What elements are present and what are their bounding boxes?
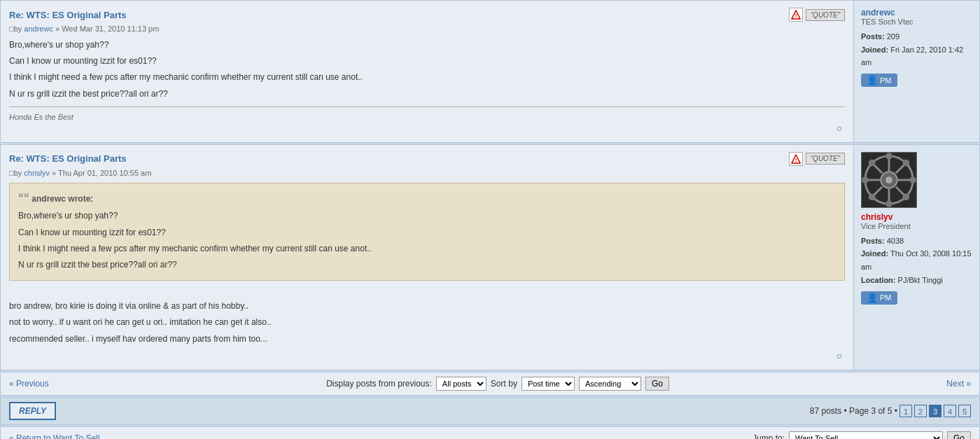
- quote-line-2-4: N ur rs grill izzit the best price??all …: [18, 258, 836, 272]
- jump-go-button[interactable]: Go: [947, 431, 971, 439]
- nav-left: « Previous: [9, 379, 49, 389]
- quote-button-2[interactable]: “QUOTE”: [806, 153, 845, 165]
- post-line-2-3: recommended seller.. i myself hav ordere…: [9, 333, 845, 346]
- post-sidebar-1: andrewc TES Soch Vtec Posts: 209 Joined:…: [853, 1, 979, 142]
- svg-point-7: [886, 176, 892, 183]
- post-line-1-2: Can I know ur mounting izzit for es01??: [9, 55, 845, 68]
- sort-select[interactable]: Post time Author: [522, 377, 575, 391]
- sidebar-username-1[interactable]: andrewc: [861, 8, 972, 18]
- svg-text:!: !: [794, 157, 797, 163]
- post-sidebar-2: chrislyv Vice President Posts: 4038 Join…: [853, 145, 979, 370]
- pm-button-1[interactable]: 👤 PM: [861, 74, 897, 87]
- jump-bar: « Return to Want To Sell Jump to: Want T…: [0, 426, 980, 439]
- reply-button[interactable]: REPLY: [9, 402, 56, 420]
- svg-point-21: [903, 193, 910, 200]
- quote-label-1: “QUOTE”: [811, 11, 840, 19]
- joined-label-2: Joined:: [861, 249, 888, 258]
- next-link[interactable]: Next »: [946, 379, 971, 389]
- sidebar-username-2[interactable]: chrislyv: [861, 212, 972, 222]
- action-bar: REPLY 87 posts • Page 3 of 5 • 1 2 3 4 5: [0, 397, 980, 425]
- display-select[interactable]: All posts 1 day 7 days 2 weeks 1 month: [436, 377, 486, 391]
- nav-bar: « Previous Display posts from previous: …: [0, 372, 980, 396]
- display-controls: Display posts from previous: All posts 1…: [326, 377, 669, 391]
- post-meta-1: □by andrewc » Wed Mar 31, 2010 11:13 pm: [9, 25, 845, 33]
- post-title-bar-1: Re: WTS: ES Original Parts ! “QUOTE”: [9, 8, 845, 22]
- post-meta-prefix-1: by: [14, 25, 22, 33]
- post-body-1: Bro,where's ur shop yah?? Can I know ur …: [9, 39, 845, 101]
- page-wrapper: Re: WTS: ES Original Parts ! “QUOTE” □by…: [0, 0, 980, 439]
- return-link[interactable]: « Return to Want To Sell: [9, 433, 99, 439]
- pagination-text: 87 posts • Page 3 of 5 •: [810, 406, 897, 416]
- report-icon-1[interactable]: !: [789, 8, 803, 22]
- page-5[interactable]: 5: [958, 405, 971, 417]
- svg-point-16: [886, 153, 892, 160]
- nav-right: Next »: [946, 379, 971, 389]
- prev-link[interactable]: « Previous: [9, 379, 49, 389]
- pagination: 87 posts • Page 3 of 5 • 1 2 3 4 5: [810, 405, 971, 417]
- pm-button-2[interactable]: 👤 PM: [861, 291, 897, 305]
- quote-line-2-2: Can I know ur mounting izzit for es01??: [18, 226, 836, 239]
- svg-point-18: [862, 176, 869, 183]
- report-icon-2[interactable]: !: [789, 152, 803, 166]
- pm-label-1: PM: [880, 76, 892, 85]
- display-go-button[interactable]: Go: [645, 377, 669, 391]
- post-content-2: Re: WTS: ES Original Parts ! “QUOTE” □by…: [1, 145, 853, 370]
- svg-point-23: [869, 193, 876, 200]
- page-3[interactable]: 3: [929, 405, 941, 417]
- jump-select[interactable]: Want To Sell: [789, 431, 943, 439]
- quote-label-2: “QUOTE”: [811, 155, 840, 162]
- quote-button-1[interactable]: “QUOTE”: [806, 9, 845, 21]
- pm-icon-2: 👤: [867, 293, 878, 303]
- post-line-1-1: Bro,where's ur shop yah??: [9, 39, 845, 52]
- signature-1: Honda Es the Best: [9, 113, 845, 121]
- sidebar-stats-2: Posts: 4038 Joined: Thu Oct 30, 2008 10:…: [861, 235, 972, 287]
- blue-dot-1: ○: [834, 121, 845, 135]
- post-author-1[interactable]: andrewc: [24, 25, 53, 33]
- post-line-1-3: I think I might need a few pcs after my …: [9, 71, 845, 84]
- post-line-1-4: N ur rs grill izzit the best price??all …: [9, 88, 845, 101]
- quote-line-2-3: I think I might need a few pcs after my …: [18, 242, 836, 256]
- display-label: Display posts from previous:: [326, 379, 432, 389]
- quote-header-2: ““ andrewc wrote:: [18, 189, 836, 207]
- quote-block-2: ““ andrewc wrote: Bro,where's ur shop ya…: [9, 183, 845, 281]
- svg-point-17: [886, 200, 892, 207]
- pm-icon-1: 👤: [867, 75, 878, 85]
- sort-label: Sort by: [491, 379, 517, 389]
- posts-label-1: Posts:: [861, 32, 885, 41]
- post-line-2-1: bro andrew, bro kirie is doing it via on…: [9, 300, 845, 313]
- quote-mark-2: ““: [18, 192, 29, 204]
- quote-attribution-2: andrewc wrote:: [31, 194, 93, 204]
- svg-point-20: [869, 160, 876, 167]
- jump-label: Jump to:: [752, 433, 785, 439]
- post-title-icons-1: ! “QUOTE”: [789, 8, 845, 22]
- blue-dot-2: ○: [834, 349, 845, 363]
- sidebar-usertitle-1: TES Soch Vtec: [861, 18, 972, 26]
- svg-point-19: [909, 176, 916, 183]
- page-4[interactable]: 4: [944, 405, 956, 417]
- post-title-icons-2: ! “QUOTE”: [789, 152, 845, 166]
- post-title-bar-2: Re: WTS: ES Original Parts ! “QUOTE”: [9, 152, 845, 166]
- sidebar-usertitle-2: Vice President: [861, 222, 972, 230]
- post-title-1: Re: WTS: ES Original Parts: [9, 10, 127, 20]
- svg-text:!: !: [794, 13, 797, 19]
- post-meta-prefix-2: by: [14, 169, 22, 177]
- post-author-2[interactable]: chrislyv: [24, 169, 50, 177]
- posts-value-2: 4038: [887, 237, 904, 245]
- svg-point-22: [903, 160, 910, 167]
- quote-line-2-1: Bro,where's ur shop yah??: [18, 209, 836, 223]
- order-select[interactable]: Ascending Descending: [579, 377, 641, 391]
- post-date-2: » Thu Apr 01, 2010 10:55 am: [52, 169, 151, 177]
- post-body-2: ““ andrewc wrote: Bro,where's ur shop ya…: [9, 183, 845, 346]
- post-block-2: Re: WTS: ES Original Parts ! “QUOTE” □by…: [0, 144, 980, 370]
- page-2[interactable]: 2: [914, 405, 927, 417]
- sig-divider-1: [9, 106, 845, 107]
- page-1[interactable]: 1: [899, 405, 912, 417]
- avatar-2: [861, 152, 917, 208]
- posts-value-1: 209: [887, 32, 899, 41]
- joined-label-1: Joined:: [861, 46, 888, 54]
- post-line-2-2: not to worry.. if u want ori he can get …: [9, 316, 845, 329]
- posts-label-2: Posts:: [861, 237, 885, 245]
- jump-controls: Jump to: Want To Sell Go: [752, 431, 971, 439]
- post-content-1: Re: WTS: ES Original Parts ! “QUOTE” □by…: [1, 1, 853, 142]
- post-date-1: » Wed Mar 31, 2010 11:13 pm: [55, 25, 159, 33]
